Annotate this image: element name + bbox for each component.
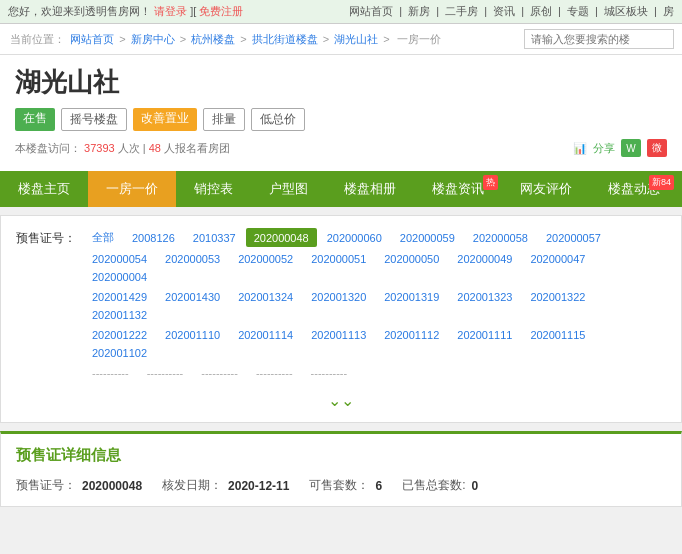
cert-btn-16[interactable]: 202001430 [157,289,228,305]
cert-btn-17[interactable]: 202001324 [230,289,301,305]
detail-cert-no: 预售证号： 202000048 [16,477,142,494]
tab-layout[interactable]: 户型图 [251,171,326,207]
available-value: 6 [375,479,382,493]
nav-tabs: 楼盘主页 一房一价 销控表 户型图 楼盘相册 楼盘资讯 热 网友评价 楼盘动态 … [0,171,682,207]
expand-button[interactable]: ⌄⌄ [16,391,666,410]
bc-home[interactable]: 网站首页 [70,33,114,45]
tag-sort[interactable]: 排量 [203,108,245,131]
cert-btn-19[interactable]: 202001319 [376,289,447,305]
tab-price[interactable]: 一房一价 [88,171,176,207]
cert-btn-2[interactable]: 202000048 [246,228,317,247]
property-header: 湖光山社 在售 摇号楼盘 改善置业 排量 低总价 本楼盘访问： 37393 人次… [0,55,682,171]
cert-btn-10[interactable]: 202000051 [303,251,374,267]
visit-count: 本楼盘访问： 37393 人次 | 48 人报名看房团 [15,141,230,156]
greeting-text: 您好，欢迎来到透明售房网！ 请登录 ][ 免费注册 [8,4,243,19]
share-area: 📊 分享 W 微 [573,139,667,157]
cert-btn-13[interactable]: 202000047 [522,251,593,267]
cert-btn-7[interactable]: 202000054 [84,251,155,267]
cert-btn-12[interactable]: 202000049 [449,251,520,267]
cert-btn-dotted-5[interactable]: ---------- [303,365,356,381]
tab-album[interactable]: 楼盘相册 [326,171,414,207]
cert-btn-28[interactable]: 202001111 [449,327,520,343]
cert-btn-29[interactable]: 202001115 [522,327,593,343]
bc-property[interactable]: 湖光山社 [334,33,378,45]
tag-row: 在售 摇号楼盘 改善置业 排量 低总价 [15,108,667,131]
property-title: 湖光山社 [15,65,667,100]
tab-info[interactable]: 楼盘资讯 热 [414,171,502,207]
cert-btn-4[interactable]: 202000059 [392,228,463,247]
detail-row: 预售证号： 202000048 核发日期： 2020-12-11 可售套数： 6… [16,477,666,494]
cert-btn-1[interactable]: 2010337 [185,228,244,247]
bc-hangzhou[interactable]: 杭州楼盘 [191,33,235,45]
cert-btn-dotted-2[interactable]: ---------- [139,365,192,381]
cert-selector-section: 预售证号： 全部 2008126 2010337 202000048 20200… [0,215,682,423]
cert-no-value: 202000048 [82,479,142,493]
top-nav-topic[interactable]: 专题 [567,5,589,17]
top-nav-original[interactable]: 原创 [530,5,552,17]
check-date-label: 核发日期： [162,477,222,494]
share-label: 分享 [593,141,615,156]
cert-btn-22[interactable]: 202001132 [84,307,155,323]
cert-btn-23[interactable]: 202001222 [84,327,155,343]
cert-btn-6[interactable]: 202000057 [538,228,609,247]
bc-newhouse[interactable]: 新房中心 [131,33,175,45]
tab-dynamic[interactable]: 楼盘动态 新84 [590,171,678,207]
top-nav-new[interactable]: 新房 [408,5,430,17]
dynamic-badge: 新84 [649,175,674,190]
cert-label: 预售证号： [16,228,76,247]
visit-info-row: 本楼盘访问： 37393 人次 | 48 人报名看房团 📊 分享 W 微 [15,139,667,157]
top-nav-home[interactable]: 网站首页 [349,5,393,17]
cert-btn-30[interactable]: 202001102 [84,345,155,361]
cert-btn-15[interactable]: 202001429 [84,289,155,305]
top-bar: 您好，欢迎来到透明售房网！ 请登录 ][ 免费注册 网站首页 | 新房 | 二手… [0,0,682,24]
detail-section-title: 预售证详细信息 [16,446,666,465]
register-link[interactable]: 免费注册 [199,5,243,17]
tag-lottery[interactable]: 摇号楼盘 [61,108,127,131]
cert-btn-11[interactable]: 202000050 [376,251,447,267]
cert-btn-26[interactable]: 202001113 [303,327,374,343]
search-input[interactable] [524,29,674,49]
cert-buttons: 全部 2008126 2010337 202000048 202000060 2… [84,228,666,385]
bc-street[interactable]: 拱北街道楼盘 [252,33,318,45]
tag-upgrade[interactable]: 改善置业 [133,108,197,131]
top-nav-more[interactable]: 房 [663,5,674,17]
login-link[interactable]: 请登录 [154,5,187,17]
cert-btn-24[interactable]: 202001110 [157,327,228,343]
cert-btn-20[interactable]: 202001323 [449,289,520,305]
cert-btn-dotted-1[interactable]: ---------- [84,365,137,381]
cert-btn-27[interactable]: 202001112 [376,327,447,343]
cert-btn-18[interactable]: 202001320 [303,289,374,305]
tab-main[interactable]: 楼盘主页 [0,171,88,207]
share-icon: 📊 [573,142,587,155]
sold-label: 已售总套数: [402,477,465,494]
cert-btn-9[interactable]: 202000052 [230,251,301,267]
cert-btn-21[interactable]: 202001322 [522,289,593,305]
cert-btn-0[interactable]: 2008126 [124,228,183,247]
cert-no-label: 预售证号： [16,477,76,494]
cert-btn-25[interactable]: 202001114 [230,327,301,343]
wechat-icon[interactable]: W [621,139,641,157]
top-nav-news[interactable]: 资讯 [493,5,515,17]
tag-on-sale[interactable]: 在售 [15,108,55,131]
check-date-value: 2020-12-11 [228,479,289,493]
info-badge: 热 [483,175,498,190]
top-nav-district[interactable]: 城区板块 [604,5,648,17]
detail-check-date: 核发日期： 2020-12-11 [162,477,289,494]
bc-current: 一房一价 [397,33,441,45]
cert-btn-14[interactable]: 202000004 [84,269,155,285]
cert-btn-5[interactable]: 202000058 [465,228,536,247]
tab-review[interactable]: 网友评价 [502,171,590,207]
cert-btn-3[interactable]: 202000060 [319,228,390,247]
cert-all-btn[interactable]: 全部 [84,228,122,247]
detail-available: 可售套数： 6 [309,477,382,494]
top-nav-second[interactable]: 二手房 [445,5,478,17]
cert-btn-8[interactable]: 202000053 [157,251,228,267]
cert-btn-dotted-4[interactable]: ---------- [248,365,301,381]
tab-sales[interactable]: 销控表 [176,171,251,207]
tag-low-price[interactable]: 低总价 [251,108,305,131]
weibo-icon[interactable]: 微 [647,139,667,157]
cert-detail-section: 预售证详细信息 预售证号： 202000048 核发日期： 2020-12-11… [0,431,682,507]
breadcrumb-path: 当前位置： 网站首页 > 新房中心 > 杭州楼盘 > 拱北街道楼盘 > 湖光山社… [8,32,443,47]
cert-btn-dotted-3[interactable]: ---------- [193,365,246,381]
available-label: 可售套数： [309,477,369,494]
